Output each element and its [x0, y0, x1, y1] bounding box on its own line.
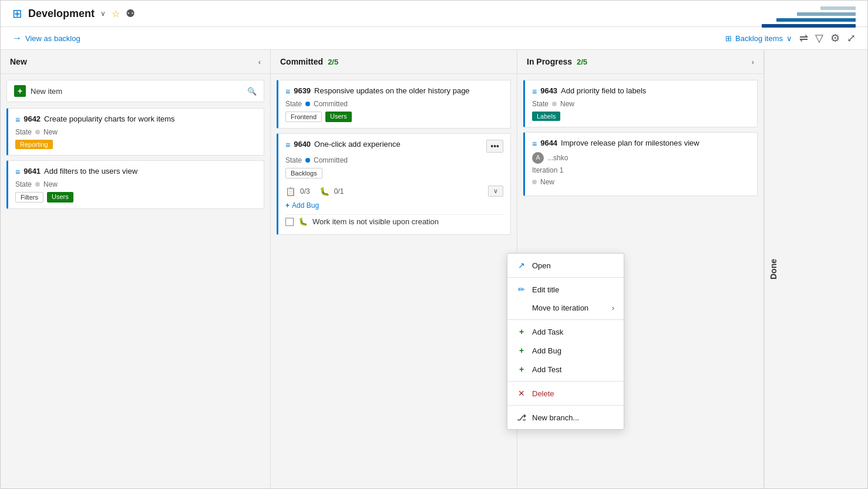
backlog-items-button[interactable]: ⊞ Backlog items ∨ — [725, 34, 792, 43]
card-9641[interactable]: ≡ 9641 Add filters to the users view Sta… — [6, 160, 264, 209]
column-inprogress-expand-icon[interactable]: › — [752, 58, 754, 66]
settings-icon[interactable]: ⚙ — [830, 32, 840, 45]
card-id: 9643 — [540, 86, 557, 95]
bug-icon: 🐛 — [319, 187, 329, 196]
column-done[interactable]: Done — [764, 50, 782, 488]
iteration-label: Iteration 1 — [532, 166, 563, 174]
card-id: 9644 — [540, 139, 557, 147]
card-9639[interactable]: ≡ 9639 Responsive updates on the older h… — [277, 80, 511, 129]
state-label: State — [15, 128, 32, 136]
new-item-button[interactable]: + New item 🔍 — [6, 80, 264, 102]
menu-label-new-branch: New branch... — [532, 413, 579, 422]
menu-item-move-iteration[interactable]: Move to iteration › — [507, 299, 624, 317]
work-item-icon: ≡ — [285, 140, 290, 150]
card-title: Responsive updates on the older history … — [314, 86, 470, 95]
submenu-chevron-icon: › — [612, 303, 614, 312]
card-id: 9641 — [23, 167, 41, 176]
column-committed-title: Committed — [280, 57, 323, 66]
menu-item-delete[interactable]: ✕ Delete — [507, 384, 624, 403]
column-new-body: + New item 🔍 ≡ 9642 Create popularity ch… — [1, 74, 270, 488]
bug-checkbox[interactable] — [285, 218, 294, 226]
menu-item-add-task[interactable]: + Add Task — [507, 322, 624, 341]
column-inprogress-title: In Progress — [527, 57, 572, 66]
subtask-row: 📋 0/3 🐛 0/1 ∨ — [285, 183, 503, 199]
card-tags: Backlogs — [285, 168, 503, 178]
bug-icon-2: 🐛 — [298, 217, 308, 226]
project-title: Development — [28, 8, 95, 20]
tag-reporting[interactable]: Reporting — [15, 140, 53, 149]
tag-frontend[interactable]: Frontend — [285, 112, 322, 122]
column-committed-body: ≡ 9639 Responsive updates on the older h… — [271, 74, 517, 488]
card-9640[interactable]: ≡ 9640 One-click add experience ••• Stat… — [277, 133, 511, 235]
add-bug-link[interactable]: + Add Bug — [285, 199, 503, 212]
menu-label-delete: Delete — [532, 389, 554, 398]
card-9644[interactable]: ≡ 9644 Improve release plan for mileston… — [523, 132, 758, 196]
task-count: 0/3 — [300, 187, 310, 195]
column-new-collapse-icon[interactable]: ‹ — [258, 58, 261, 66]
title-chevron-icon[interactable]: ∨ — [100, 9, 106, 18]
funnel-icon[interactable]: ▽ — [815, 32, 823, 45]
state-label: State — [285, 156, 302, 164]
new-item-label: New item — [31, 87, 62, 96]
favorite-star-icon[interactable]: ☆ — [112, 8, 120, 19]
fullscreen-icon[interactable]: ⤢ — [847, 32, 856, 45]
tag-users[interactable]: Users — [47, 192, 73, 203]
state-dot — [552, 102, 557, 106]
add-bug-label: Add Bug — [292, 201, 319, 210]
menu-label-open: Open — [532, 261, 551, 270]
work-item-icon: ≡ — [15, 115, 20, 124]
menu-divider-1 — [507, 277, 624, 278]
menu-label-add-test: Add Test — [532, 365, 561, 374]
tag-labels[interactable]: Labels — [532, 112, 560, 121]
menu-divider-2 — [507, 319, 624, 320]
tag-filters[interactable]: Filters — [15, 192, 43, 203]
column-committed-header: Committed 2/5 — [271, 50, 517, 74]
search-icon[interactable]: 🔍 — [247, 87, 257, 96]
card-title: One-click add experience — [314, 140, 401, 149]
state-dot — [532, 180, 537, 184]
card-9643[interactable]: ≡ 9643 Add priority field to labels Stat… — [523, 80, 758, 127]
view-backlog-button[interactable]: → View as backlog — [12, 33, 80, 43]
state-label: State — [285, 100, 302, 108]
done-label: Done — [769, 259, 778, 279]
board: New ‹ + New item 🔍 ≡ 9642 Create popular… — [1, 50, 867, 488]
card-tags: Filters Users — [15, 192, 257, 203]
card-title: Add filters to the users view — [44, 167, 137, 176]
menu-item-new-branch[interactable]: ⎇ New branch... — [507, 408, 624, 427]
toolbar-right: ⊞ Backlog items ∨ ⇌ ▽ ⚙ ⤢ — [725, 32, 856, 45]
menu-item-add-bug[interactable]: + Add Bug — [507, 341, 624, 360]
adjust-filters-icon[interactable]: ⇌ — [799, 32, 808, 45]
column-new-title: New — [10, 57, 27, 66]
add-task-icon: + — [517, 327, 526, 336]
work-item-icon: ≡ — [532, 139, 537, 149]
work-item-icon: ≡ — [532, 87, 537, 96]
tag-backlogs[interactable]: Backlogs — [285, 168, 322, 178]
plus-icon: + — [285, 201, 290, 210]
menu-item-edit-title[interactable]: ✏ Edit title — [507, 280, 624, 299]
work-item-icon: ≡ — [15, 167, 20, 177]
menu-divider-3 — [507, 381, 624, 382]
bug-item: 🐛 Work item is not visible upon creation — [285, 214, 503, 228]
column-committed: Committed 2/5 ≡ 9639 Responsive updates … — [271, 50, 517, 488]
card-title: Add priority field to labels — [561, 86, 646, 95]
arrow-right-icon: → — [12, 33, 22, 43]
card-context-menu-button[interactable]: ••• — [486, 140, 503, 153]
new-item-plus-icon: + — [14, 85, 26, 97]
state-value: New — [540, 178, 554, 186]
state-value: Committed — [314, 156, 348, 164]
menu-label-edit-title: Edit title — [532, 285, 559, 294]
card-title: Create popularity charts for work items — [44, 114, 175, 123]
tag-users[interactable]: Users — [325, 112, 352, 122]
app-frame: ⊞ Development ∨ ☆ ⚉ → View as backlog ⊞ … — [0, 0, 868, 489]
menu-label-move-iteration: Move to iteration — [532, 303, 588, 312]
team-members-icon[interactable]: ⚉ — [126, 7, 135, 20]
menu-item-open[interactable]: ↗ Open — [507, 256, 624, 275]
state-label: State — [15, 180, 32, 188]
backlog-chevron-icon: ∨ — [786, 34, 792, 43]
card-9642[interactable]: ≡ 9642 Create popularity charts for work… — [6, 108, 264, 156]
card-tags: Labels — [532, 112, 750, 121]
avatar-name: ...shko — [547, 154, 568, 162]
expand-button[interactable]: ∨ — [488, 186, 503, 197]
menu-label-add-task: Add Task — [532, 328, 563, 336]
menu-item-add-test[interactable]: + Add Test — [507, 360, 624, 379]
